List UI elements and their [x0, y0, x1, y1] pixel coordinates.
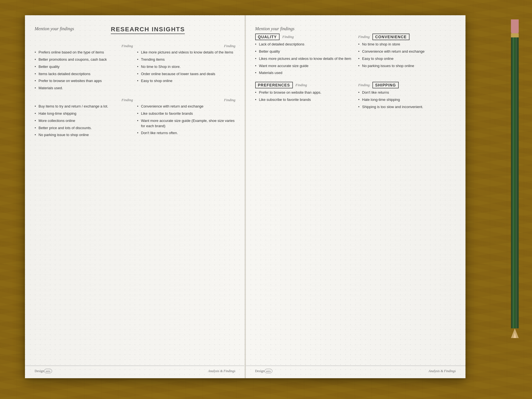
list-item: Like subscribe to favorite brands	[255, 97, 353, 103]
preferences-finding-label: Finding	[296, 83, 307, 87]
list-item: Buy items to try and return / exchange a…	[35, 104, 133, 109]
preferences-section: Preferences Finding Prefer to browse on …	[255, 82, 353, 112]
list-item: Lack of detailed descriptions	[255, 42, 353, 47]
list-item: Hate long-time shipping	[35, 111, 133, 116]
list-item: Trending items	[137, 57, 236, 62]
right-grid: Quality Finding Lack of detailed descrip…	[255, 34, 456, 112]
list-item: Want more accurate size guide	[255, 63, 353, 69]
list-item: Better promotions and coupons, cash back	[35, 57, 133, 62]
quality-list: Lack of detailed descriptions Better qua…	[255, 42, 353, 76]
bullet-list-3: Buy items to try and return / exchange a…	[35, 104, 133, 138]
list-item: Like more pictures and videos to know de…	[137, 50, 236, 55]
list-item: Convenience with return and exchange	[137, 104, 236, 109]
left-bottom-columns: Finding Buy items to try and return / ex…	[35, 98, 236, 140]
list-item: Better price and lots of discounts.	[35, 126, 133, 131]
right-footer: Designerrs Analysis & Findings	[245, 365, 466, 373]
pencil	[511, 19, 519, 338]
list-item: More collections online	[35, 118, 133, 124]
list-item: Want more accurate size guide (Example, …	[137, 118, 236, 129]
convenience-section: Finding Convenience No time to shop in s…	[358, 34, 456, 78]
list-item: Better quality	[255, 49, 353, 54]
list-item: Prefer to browse on website than apps.	[255, 90, 353, 95]
left-col-1: Finding Prefers online based on the type…	[35, 44, 133, 93]
convenience-header: Finding Convenience	[358, 34, 456, 40]
finding-label-4: Finding	[137, 98, 236, 102]
preferences-header: Preferences Finding	[255, 82, 353, 88]
left-col-2: Finding Like more pictures and videos to…	[137, 44, 236, 93]
bullet-list-2: Like more pictures and videos to know de…	[137, 50, 236, 84]
shipping-list: Don't like returns Hate long-time shippi…	[358, 90, 456, 110]
convenience-list: No time to shop in store Convenience wit…	[358, 42, 456, 68]
finding-label-2: Finding	[137, 44, 236, 48]
finding-label-3: Finding	[35, 98, 133, 102]
right-logo-badge: errs	[265, 369, 273, 373]
list-item: Order online because of lower taxes and …	[137, 71, 236, 77]
list-item: Prefer to browse on websites than apps	[35, 78, 133, 84]
quality-tag: Quality	[255, 34, 280, 40]
shipping-header: Finding Shipping	[358, 82, 456, 88]
list-item: Shipping is too slow and inconvenient.	[358, 104, 456, 110]
list-item: Materials used.	[35, 86, 133, 91]
pencil-body	[511, 37, 519, 328]
right-footer-text: Analysis & Findings	[428, 369, 456, 373]
list-item: Don't like returns	[358, 90, 456, 95]
pencil-eraser	[511, 19, 519, 33]
quality-finding-label: Finding	[282, 35, 294, 39]
list-item: Easy to shop online	[358, 56, 456, 62]
list-item: Materials used	[255, 70, 353, 76]
finding-label-1: Finding	[35, 44, 133, 48]
shipping-section: Finding Shipping Don't like returns Hate…	[358, 82, 456, 112]
notebook: Mention your findings RESEARCH INSIGHTS …	[25, 15, 466, 378]
logo-badge: errs	[44, 369, 52, 373]
list-item: Prefers online based on the type of item…	[35, 50, 133, 55]
list-item: Like subscribe to favorite brands	[137, 111, 236, 116]
bullet-list-1: Prefers online based on the type of item…	[35, 50, 133, 91]
right-page: Mention your findings Quality Finding La…	[245, 15, 466, 378]
quality-section: Quality Finding Lack of detailed descrip…	[255, 34, 353, 78]
list-item: Don't like returns often.	[137, 131, 236, 136]
list-item: Easy to shop online	[137, 78, 236, 84]
list-item: Better quality	[35, 64, 133, 70]
shipping-finding-label: Finding	[358, 83, 370, 87]
list-item: No time to shop in store	[358, 42, 456, 47]
pencil-tip	[511, 328, 519, 338]
list-item: Hate long-time shipping	[358, 97, 456, 103]
left-footer-text: Analysis & Findings	[208, 369, 236, 373]
list-item: No time to Shop in store.	[137, 64, 236, 70]
bullet-list-4: Convenience with return and exchange Lik…	[137, 104, 236, 136]
list-item: Items lacks detailed descriptions	[35, 71, 133, 77]
list-item: No parking issues to shop online	[358, 63, 456, 69]
convenience-tag: Convenience	[372, 34, 410, 40]
shipping-tag: Shipping	[372, 82, 399, 88]
left-footer-logo: Designerrs	[35, 369, 52, 373]
preferences-tag: Preferences	[255, 82, 293, 88]
left-top-columns: Finding Prefers online based on the type…	[35, 44, 236, 93]
list-item: Convenience with return and exchange	[358, 49, 456, 54]
left-col-3: Finding Buy items to try and return / ex…	[35, 98, 133, 140]
left-page: Mention your findings RESEARCH INSIGHTS …	[25, 15, 245, 378]
list-item: Likes more pictures and videos to know d…	[255, 56, 353, 62]
convenience-finding-label: Finding	[358, 35, 370, 39]
pencil-eraser-band	[511, 33, 519, 37]
left-footer: Designerrs Analysis & Findings	[25, 365, 245, 373]
research-insights-title: RESEARCH INSIGHTS	[111, 26, 185, 34]
quality-header: Quality Finding	[255, 34, 353, 40]
left-col-4: Finding Convenience with return and exch…	[137, 98, 236, 140]
right-page-title: Mention your findings	[255, 26, 456, 31]
list-item: No parking issue to shop online	[35, 132, 133, 138]
right-footer-logo: Designerrs	[255, 369, 273, 373]
preferences-list: Prefer to browse on website than apps. L…	[255, 90, 353, 103]
